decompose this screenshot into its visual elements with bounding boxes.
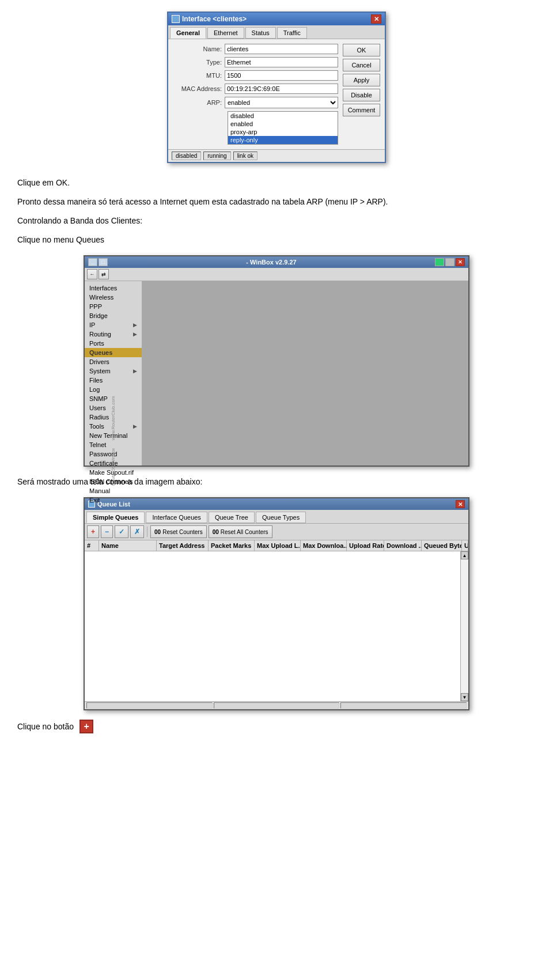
menu-item-routing[interactable]: Routing▶: [85, 330, 142, 339]
menu-item-exit[interactable]: Exit: [85, 495, 142, 505]
menu-item-ip[interactable]: IP▶: [85, 320, 142, 330]
queuelist-table-body: ▲ ▼: [85, 551, 468, 701]
status-running: running: [203, 152, 230, 160]
check-icon: ✓: [119, 528, 124, 536]
dialog-close-button[interactable]: ✕: [371, 14, 381, 24]
col-name: Name: [99, 540, 157, 551]
col-u: U▲: [462, 540, 468, 551]
winbox-window: _ □ - WinBox v2.9.27 ✕ ← ⇄ Interfaces Wi…: [84, 255, 469, 467]
menu-item-ports[interactable]: Ports: [85, 339, 142, 348]
tab-simple-queues[interactable]: Simple Queues: [86, 512, 145, 523]
winbox-container: _ □ - WinBox v2.9.27 ✕ ← ⇄ Interfaces Wi…: [17, 255, 536, 467]
menu-item-manual[interactable]: Manual: [85, 486, 142, 495]
tab-queue-types[interactable]: Queue Types: [256, 512, 306, 523]
prose-arp-info: Pronto dessa maneira só terá acesso a In…: [17, 196, 536, 208]
col-download-rate: Download ...: [384, 540, 422, 551]
type-input[interactable]: [225, 57, 338, 67]
prose-click-button: Clique no botão: [17, 722, 74, 731]
enable-queue-button[interactable]: ✓: [115, 525, 128, 538]
winbox-main-area: [142, 281, 468, 466]
prose-click-ok: Clique em OK.: [17, 177, 536, 189]
queuelist-close-button[interactable]: ✕: [456, 500, 465, 508]
dialog-statusbar: disabled running link ok: [168, 149, 385, 162]
arp-option-reply-only[interactable]: reply-only: [228, 136, 338, 144]
winbox-green-indicator: [435, 258, 444, 266]
reset-counters-icon: 00: [154, 529, 161, 535]
menu-item-ppp[interactable]: PPP: [85, 302, 142, 311]
tab-queue-tree[interactable]: Queue Tree: [209, 512, 255, 523]
queuelist-toolbar: + − ✓ ✗ 00 Reset Counters 00 Reset All C…: [85, 524, 468, 540]
add-icon: +: [91, 528, 95, 536]
interface-tabs: General Ethernet Status Traffic: [168, 25, 385, 39]
disable-button[interactable]: Disable: [343, 89, 380, 101]
status-link-ok: link ok: [233, 152, 257, 160]
arp-row: ARP: disabled enabled proxy-arp reply-on…: [173, 97, 338, 108]
col-queued-bytes: Queued Bytes: [422, 540, 462, 551]
dialog-icon: [172, 15, 180, 23]
dialog-title: Interface <clientes>: [182, 15, 247, 23]
prose-queues: Clique no menu Queues: [17, 234, 536, 246]
scroll-down-button[interactable]: ▼: [461, 693, 468, 701]
interface-dialog-container: Interface <clientes> ✕ General Ethernet …: [17, 12, 536, 163]
apply-button[interactable]: Apply: [343, 74, 380, 86]
interface-dialog: Interface <clientes> ✕ General Ethernet …: [167, 12, 386, 163]
comment-button[interactable]: Comment: [343, 104, 380, 116]
menu-item-drivers[interactable]: Drivers: [85, 357, 142, 366]
arp-select[interactable]: disabled enabled proxy-arp reply-only: [225, 97, 338, 108]
reset-all-icon: 00: [213, 529, 219, 535]
menu-item-queues[interactable]: Queues: [85, 348, 142, 357]
mtu-row: MTU:: [173, 70, 338, 81]
reset-all-label: Reset All Counters: [221, 529, 268, 535]
menu-item-files[interactable]: Files: [85, 376, 142, 385]
minus-icon: −: [105, 528, 109, 536]
tab-traffic[interactable]: Traffic: [277, 27, 307, 39]
menu-item-interfaces[interactable]: Interfaces: [85, 283, 142, 293]
winbox-restore-button[interactable]: □: [99, 258, 108, 266]
mac-input[interactable]: [225, 84, 338, 94]
disable-queue-button[interactable]: ✗: [130, 525, 144, 538]
tab-interface-queues[interactable]: Interface Queues: [146, 512, 207, 523]
col-packet-marks: Packet Marks: [209, 540, 255, 551]
tab-general[interactable]: General: [170, 27, 206, 39]
queuelist-scrollbar[interactable]: ▲ ▼: [460, 551, 468, 701]
add-queue-button[interactable]: +: [87, 525, 99, 538]
tab-ethernet[interactable]: Ethernet: [207, 27, 244, 39]
dialog-body: Name: Type: MTU: MAC Address: ARP:: [168, 39, 385, 149]
cross-icon: ✗: [134, 528, 140, 536]
prose-banda: Controlando a Banda dos Clientes:: [17, 215, 536, 227]
name-label: Name:: [173, 46, 225, 52]
winbox-minimize-button[interactable]: _: [88, 258, 97, 266]
dialog-buttons: OK Cancel Apply Disable Comment: [343, 44, 380, 145]
winbox-nav-button[interactable]: ⇄: [99, 269, 109, 279]
queuelist-statusbar: [85, 701, 468, 709]
menu-item-system[interactable]: System▶: [85, 366, 142, 376]
remove-queue-button[interactable]: −: [101, 525, 113, 538]
scroll-up-button[interactable]: ▲: [461, 551, 468, 559]
add-button-icon[interactable]: +: [79, 720, 93, 733]
mac-row: MAC Address:: [173, 84, 338, 94]
arp-option-disabled[interactable]: disabled: [228, 112, 338, 120]
winbox-back-button[interactable]: ←: [87, 269, 97, 279]
winbox-lock-indicator: [445, 258, 454, 266]
winbox-toolbar: ← ⇄: [85, 268, 468, 281]
arp-option-enabled[interactable]: enabled: [228, 120, 338, 128]
reset-counters-label: Reset Counters: [162, 529, 202, 535]
menu-item-log[interactable]: Log: [85, 385, 142, 394]
arp-option-proxy-arp[interactable]: proxy-arp: [228, 128, 338, 136]
menu-item-bridge[interactable]: Bridge: [85, 311, 142, 320]
winbox-title: - WinBox v2.9.27: [246, 259, 296, 266]
menu-item-wireless[interactable]: Wireless: [85, 293, 142, 302]
reset-all-counters-button[interactable]: 00 Reset All Counters: [209, 525, 272, 538]
mtu-input[interactable]: [225, 70, 338, 81]
queuelist-container: Queue List ✕ Simple Queues Interface Que…: [17, 497, 536, 710]
queuelist-tabs: Simple Queues Interface Queues Queue Tre…: [85, 510, 468, 524]
winbox-titlebar: _ □ - WinBox v2.9.27 ✕: [85, 256, 468, 268]
status-disabled: disabled: [172, 152, 201, 160]
cancel-button[interactable]: Cancel: [343, 59, 380, 71]
name-input[interactable]: [225, 44, 338, 54]
reset-counters-button[interactable]: 00 Reset Counters: [150, 525, 207, 538]
ok-button[interactable]: OK: [343, 44, 380, 56]
winbox-close-button[interactable]: ✕: [456, 258, 465, 266]
winbox-body: Interfaces Wireless PPP Bridge IP▶ Routi…: [85, 281, 468, 466]
tab-status[interactable]: Status: [245, 27, 276, 39]
